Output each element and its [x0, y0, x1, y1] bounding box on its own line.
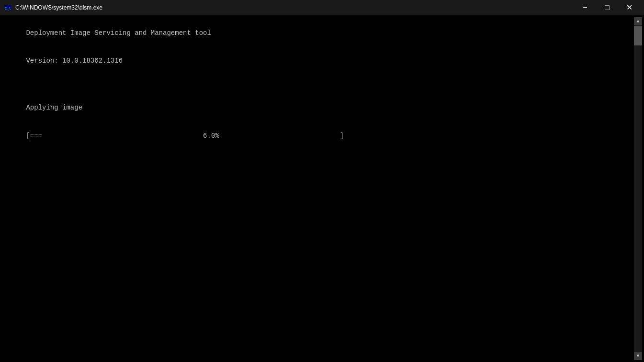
app-icon: C:\: [4, 4, 11, 11]
scrollbar-track-area: [634, 25, 642, 352]
window-title: C:\WINDOWS\system32\dism.exe: [15, 4, 574, 11]
svg-rect-2: [4, 5, 11, 6]
minimize-button[interactable]: −: [574, 0, 596, 15]
scroll-up-button[interactable]: ▲: [634, 17, 642, 25]
scrollbar[interactable]: ▲ ▼: [634, 17, 642, 360]
window: C:\ C:\WINDOWS\system32\dism.exe − □ ✕ D…: [0, 0, 644, 362]
console-area: Deployment Image Servicing and Managemen…: [0, 15, 644, 362]
console-line-4: Applying image: [26, 104, 82, 111]
svg-text:C:\: C:\: [5, 7, 11, 11]
scroll-down-button[interactable]: ▼: [634, 352, 642, 360]
scrollbar-thumb[interactable]: [634, 26, 642, 45]
console-line-1: Deployment Image Servicing and Managemen…: [26, 29, 211, 37]
close-button[interactable]: ✕: [618, 0, 640, 15]
console-line-2: Version: 10.0.18362.1316: [26, 57, 123, 65]
maximize-button[interactable]: □: [596, 0, 618, 15]
console-output: Deployment Image Servicing and Managemen…: [2, 17, 634, 360]
title-bar: C:\ C:\WINDOWS\system32\dism.exe − □ ✕: [0, 0, 644, 15]
window-controls: − □ ✕: [574, 0, 640, 15]
console-line-5: [=== 6.0% ]: [26, 132, 344, 140]
